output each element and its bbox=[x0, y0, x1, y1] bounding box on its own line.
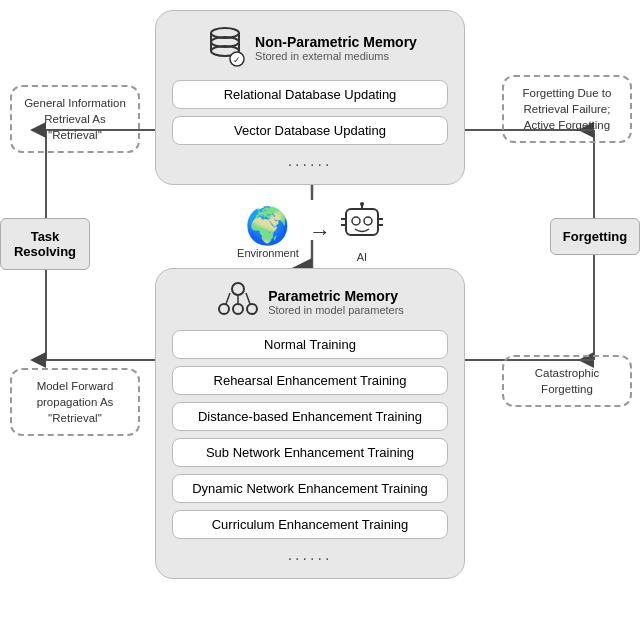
parametric-dots: ...... bbox=[172, 546, 448, 564]
general-info-text: General Information Retrieval As ''Retri… bbox=[24, 97, 126, 141]
svg-point-25 bbox=[360, 202, 364, 206]
svg-point-23 bbox=[364, 217, 372, 225]
svg-point-22 bbox=[352, 217, 360, 225]
relational-db-item: Relational Database Updating bbox=[172, 80, 448, 109]
svg-point-31 bbox=[219, 304, 229, 314]
svg-line-36 bbox=[246, 293, 250, 304]
non-parametric-subtitle: Stored in external mediums bbox=[255, 50, 417, 62]
parametric-memory-box: Parametric Memory Stored in model parame… bbox=[155, 268, 465, 579]
environment-icon: 🌍 bbox=[245, 205, 290, 247]
ai-group: AI bbox=[341, 201, 383, 263]
svg-line-34 bbox=[226, 293, 230, 304]
env-to-ai-arrow: → bbox=[309, 219, 331, 245]
non-parametric-dots: ...... bbox=[172, 152, 448, 170]
parametric-header: Parametric Memory Stored in model parame… bbox=[172, 281, 448, 322]
task-resolving-box: Task Resolving bbox=[0, 218, 90, 270]
model-forward-text: Model Forward propagation As ''Retrieval… bbox=[37, 380, 114, 424]
environment-label: Environment bbox=[237, 247, 299, 259]
vector-db-item: Vector Database Updating bbox=[172, 116, 448, 145]
parametric-icon bbox=[216, 281, 260, 322]
non-parametric-title: Non-Parametric Memory bbox=[255, 34, 417, 50]
distance-item: Distance-based Enhancement Training bbox=[172, 402, 448, 431]
main-container: ✓ Non-Parametric Memory Stored in extern… bbox=[0, 0, 640, 638]
catastrophic-dashed-box: Catastrophic Forgetting bbox=[502, 355, 632, 407]
curriculum-item: Curriculum Enhancement Training bbox=[172, 510, 448, 539]
forgetting-label: Forgetting bbox=[563, 229, 627, 244]
forgetting-due-text: Forgetting Due to Retrieval Failure; Act… bbox=[523, 87, 612, 131]
sub-network-item: Sub Network Enhancement Training bbox=[172, 438, 448, 467]
ai-icon bbox=[341, 201, 383, 251]
middle-area: 🌍 Environment → bbox=[155, 192, 465, 272]
database-icon: ✓ bbox=[203, 23, 247, 72]
rehearsal-item: Rehearsal Enhancement Training bbox=[172, 366, 448, 395]
parametric-title-group: Parametric Memory Stored in model parame… bbox=[268, 288, 404, 316]
svg-point-30 bbox=[232, 283, 244, 295]
dynamic-network-item: Dynamic Network Enhancement Training bbox=[172, 474, 448, 503]
svg-point-32 bbox=[233, 304, 243, 314]
normal-training-item: Normal Training bbox=[172, 330, 448, 359]
model-forward-dashed-box: Model Forward propagation As ''Retrieval… bbox=[10, 368, 140, 436]
svg-text:✓: ✓ bbox=[233, 55, 241, 65]
forgetting-box: Forgetting bbox=[550, 218, 640, 255]
svg-point-33 bbox=[247, 304, 257, 314]
catastrophic-text: Catastrophic Forgetting bbox=[535, 367, 600, 395]
non-parametric-title-group: Non-Parametric Memory Stored in external… bbox=[255, 34, 417, 62]
general-info-dashed-box: General Information Retrieval As ''Retri… bbox=[10, 85, 140, 153]
environment-group: 🌍 Environment bbox=[237, 205, 299, 259]
task-resolving-label: Task Resolving bbox=[14, 229, 76, 259]
non-parametric-header: ✓ Non-Parametric Memory Stored in extern… bbox=[172, 23, 448, 72]
non-parametric-memory-box: ✓ Non-Parametric Memory Stored in extern… bbox=[155, 10, 465, 185]
ai-label: AI bbox=[357, 251, 367, 263]
parametric-title: Parametric Memory bbox=[268, 288, 404, 304]
parametric-subtitle: Stored in model parameters bbox=[268, 304, 404, 316]
forgetting-due-dashed-box: Forgetting Due to Retrieval Failure; Act… bbox=[502, 75, 632, 143]
